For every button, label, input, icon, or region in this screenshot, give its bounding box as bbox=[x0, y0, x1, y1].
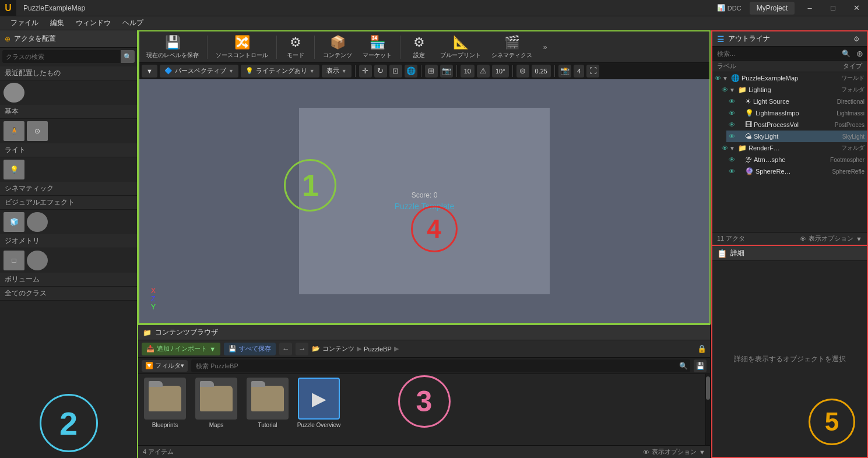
content-search-input[interactable] bbox=[191, 362, 676, 369]
tree-item-sphere-reflect[interactable]: 👁 🔮 SphereRe… SphereRefle bbox=[726, 165, 867, 177]
surface-snap-button[interactable]: ⊞ bbox=[425, 65, 438, 77]
tree-item-render-folder[interactable]: 👁 ▼ 📁 RenderF… フォルダ bbox=[719, 142, 867, 154]
mode-button[interactable]: ⚙ モード bbox=[280, 33, 311, 61]
tree-item-skylight[interactable]: 👁 🌤 SkyLight SkyLight bbox=[726, 131, 867, 142]
category-cinematic[interactable]: シネマティック bbox=[0, 182, 137, 196]
tree-item-postprocess[interactable]: 👁 🎞 PostProcessVol PostProces bbox=[726, 119, 867, 131]
content-save-button[interactable]: 💾 bbox=[694, 360, 707, 372]
eye-icon[interactable]: 👁 bbox=[729, 98, 735, 105]
actor-thumb-light[interactable]: 💡 bbox=[3, 160, 24, 179]
show-button[interactable]: 表示 ▼ bbox=[322, 65, 352, 77]
outliner-search-box[interactable]: 🔍 ⊕ bbox=[712, 47, 867, 61]
close-button[interactable]: ✕ bbox=[845, 0, 868, 16]
tree-item-lighting[interactable]: 👁 ▼ 📁 Lighting フォルダ bbox=[719, 84, 867, 96]
settings-button[interactable]: ⚙ 設定 bbox=[404, 33, 434, 61]
content-item-tutorial[interactable]: Tutorial bbox=[244, 378, 291, 442]
menu-help[interactable]: ヘルプ bbox=[117, 16, 149, 30]
add-import-button[interactable]: 📥 追加 / インポート ▼ bbox=[142, 343, 220, 355]
project-name: MyProject bbox=[750, 2, 795, 15]
actor-thumb-box[interactable]: □ bbox=[3, 251, 24, 270]
warning-icon-btn[interactable]: ⚠ bbox=[477, 65, 490, 77]
lock-button[interactable]: 🔒 bbox=[697, 344, 707, 353]
view-options-label[interactable]: 表示オプション bbox=[809, 234, 853, 243]
save-level-button[interactable]: 💾 現在のレベルを保存 bbox=[142, 33, 203, 61]
eye-icon[interactable]: 👁 bbox=[722, 145, 728, 152]
fullscreen-button[interactable]: ⛶ bbox=[586, 65, 599, 77]
tree-item-atmosphere[interactable]: 👁 🌫 Atm…sphc Footmospher bbox=[726, 154, 867, 165]
menu-window[interactable]: ウィンドウ bbox=[70, 16, 117, 30]
scale-display[interactable]: 0.25 bbox=[532, 65, 551, 77]
category-all[interactable]: 全てのクラス bbox=[0, 287, 137, 301]
camera-speed-icon[interactable]: 📸 bbox=[558, 65, 571, 77]
expand-icon[interactable]: ▼ bbox=[729, 145, 736, 152]
content-search-box[interactable]: 🔍 bbox=[191, 360, 690, 372]
perspective-button[interactable]: 🔷 パースペクティブ ▼ bbox=[160, 65, 238, 77]
expand-icon[interactable]: ▼ bbox=[722, 75, 729, 82]
breadcrumb-content[interactable]: コンテンツ bbox=[322, 344, 354, 353]
tree-item-lightmass[interactable]: 👁 💡 LightmassImpo Lightmassi bbox=[726, 107, 867, 119]
eye-icon[interactable]: 👁 bbox=[729, 156, 735, 163]
class-search-button[interactable]: 🔍 bbox=[121, 50, 135, 63]
lighting-button[interactable]: 💡 ライティングあり ▼ bbox=[241, 65, 319, 77]
outliner-search-input[interactable] bbox=[712, 50, 839, 57]
source-control-button[interactable]: 🔀 ソースコントロール bbox=[211, 33, 273, 61]
actor-thumb-stack[interactable]: ⊙ bbox=[27, 121, 48, 141]
eye-icon[interactable]: 👁 bbox=[729, 168, 735, 175]
rotate-button[interactable]: ↻ bbox=[374, 65, 387, 77]
minimize-button[interactable]: – bbox=[798, 0, 821, 16]
viewport-3d[interactable]: Score: 0 Puzzle Template X Z Y 1 bbox=[139, 79, 709, 323]
actor-thumb-person[interactable]: 🧍 bbox=[3, 121, 24, 141]
content-item-puzzle[interactable]: ▶ Puzzle Overview bbox=[296, 378, 342, 442]
camera-speed-display[interactable]: 4 bbox=[574, 65, 584, 77]
actor-thumb-sphere3[interactable] bbox=[27, 251, 48, 270]
tree-item-light-source[interactable]: 👁 ☀ Light Source Directional bbox=[726, 96, 867, 107]
show-options-label[interactable]: 表示オプション bbox=[652, 448, 697, 456]
actor-thumb-cube[interactable]: 🧊 bbox=[3, 212, 24, 232]
outliner-settings-button[interactable]: ⚙ bbox=[851, 33, 862, 45]
eye-icon[interactable]: 👁 bbox=[729, 121, 735, 128]
tree-item-world[interactable]: 👁 ▼ 🌐 PuzzleExampleMap ワールド bbox=[712, 72, 867, 84]
camera-button[interactable]: 📷 bbox=[440, 65, 453, 77]
category-light[interactable]: ライト bbox=[0, 143, 137, 157]
eye-icon[interactable]: 👁 bbox=[729, 133, 735, 140]
actor-thumb-sphere[interactable] bbox=[3, 83, 24, 103]
market-button[interactable]: 🏪 マーケット bbox=[358, 33, 396, 61]
category-volume[interactable]: ボリューム bbox=[0, 273, 137, 287]
angle-display[interactable]: 10° bbox=[492, 65, 509, 77]
cinematics-button[interactable]: 🎬 シネマティクス bbox=[487, 33, 537, 61]
content-item-maps[interactable]: Maps bbox=[193, 378, 240, 442]
viewport-options-button[interactable]: ▼ bbox=[142, 65, 157, 77]
content-item-blueprints[interactable]: Blueprints bbox=[142, 378, 188, 442]
world-button[interactable]: 🌐 bbox=[405, 65, 417, 77]
menu-edit[interactable]: 編集 bbox=[44, 16, 70, 30]
nav-back-button[interactable]: ← bbox=[279, 343, 292, 355]
eye-icon[interactable]: 👁 bbox=[715, 75, 721, 82]
expand-icon[interactable]: ▼ bbox=[729, 87, 736, 93]
toolbar-more-button[interactable]: » bbox=[538, 33, 552, 61]
category-recent[interactable]: 最近配置したもの bbox=[0, 66, 137, 80]
breadcrumb-puzzlebp[interactable]: PuzzleBP bbox=[364, 346, 392, 353]
content-scrollbar[interactable] bbox=[705, 374, 710, 445]
filter-button[interactable]: 🔽 フィルタ▾ bbox=[142, 360, 188, 372]
blueprint-button[interactable]: 📐 ブループリント bbox=[435, 33, 486, 61]
content-button[interactable]: 📦 コンテンツ bbox=[318, 33, 357, 61]
nav-forward-button[interactable]: → bbox=[296, 343, 308, 355]
grid-size-display[interactable]: 10 bbox=[461, 65, 475, 77]
menu-file[interactable]: ファイル bbox=[5, 16, 44, 30]
content-scrollbar-thumb[interactable] bbox=[706, 376, 710, 400]
category-vfx[interactable]: ビジュアルエフェクト bbox=[0, 196, 137, 210]
category-basic[interactable]: 基本 bbox=[0, 105, 137, 119]
translate-button[interactable]: ✛ bbox=[359, 65, 372, 77]
eye-icon[interactable]: 👁 bbox=[729, 110, 735, 117]
save-all-button[interactable]: 💾 すべて保存 bbox=[224, 343, 276, 355]
actor-thumb-sphere2[interactable] bbox=[27, 212, 48, 232]
outliner-search-button[interactable]: 🔍 bbox=[839, 47, 853, 61]
class-search-input[interactable] bbox=[2, 51, 121, 62]
scale-button[interactable]: ⊡ bbox=[389, 65, 402, 77]
category-geometry[interactable]: ジオメトリ bbox=[0, 234, 137, 248]
outliner-add-button[interactable]: ⊕ bbox=[853, 47, 867, 61]
class-search-box[interactable]: 🔍 bbox=[2, 50, 135, 63]
maximize-button[interactable]: □ bbox=[821, 0, 845, 16]
eye-icon[interactable]: 👁 bbox=[722, 86, 728, 93]
snap-button[interactable]: ⊝ bbox=[516, 65, 529, 77]
